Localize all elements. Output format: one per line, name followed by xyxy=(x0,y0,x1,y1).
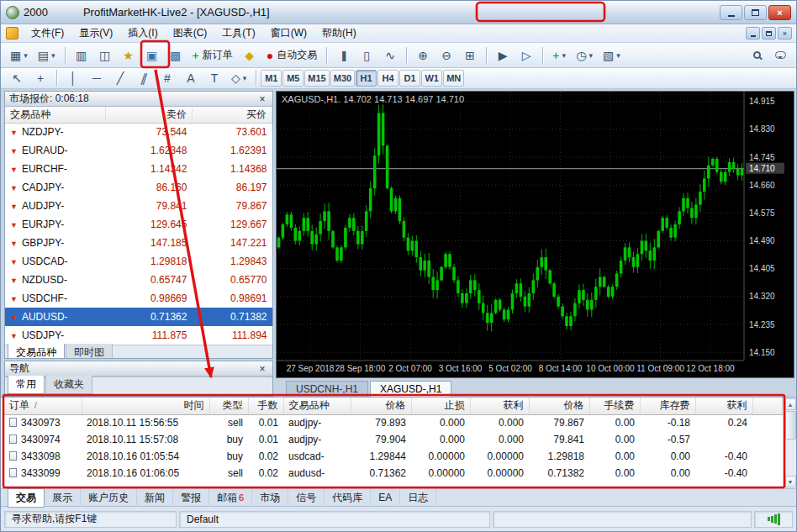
order-row[interactable]: 34330992018.10.16 01:06:05sell0.02audusd… xyxy=(4,465,783,482)
market-watch-column-header-2[interactable]: 买价 xyxy=(192,107,272,123)
timeframe-w1-button[interactable]: W1 xyxy=(421,70,442,87)
terminal-tab-5[interactable]: 邮箱6 xyxy=(209,489,252,507)
terminal-column-header-7[interactable]: 获利 xyxy=(470,398,529,414)
terminal-tab-1[interactable]: 展示 xyxy=(45,489,81,507)
maximize-button[interactable] xyxy=(744,5,767,20)
templates-button[interactable]: ▧▾ xyxy=(599,45,625,66)
strategy-tester-button[interactable]: ▩ xyxy=(165,45,187,66)
mdi-restore-button[interactable] xyxy=(762,27,776,40)
timeframe-h1-button[interactable]: H1 xyxy=(356,70,377,87)
autotrading-button[interactable]: ●自动交易 xyxy=(262,45,321,66)
scroll-down-icon[interactable]: ▼ xyxy=(785,476,796,487)
market-watch-row[interactable]: ▼AUDUSD-0.713620.71382 xyxy=(5,308,272,326)
terminal-tab-10[interactable]: 日志 xyxy=(400,489,436,507)
close-button[interactable]: × xyxy=(768,5,791,20)
market-watch-tab-1[interactable]: 即时图 xyxy=(66,344,113,359)
horizontal-line-button[interactable]: ─ xyxy=(86,68,108,88)
auto-scroll-button[interactable]: ▶ xyxy=(492,45,514,66)
timeframe-d1-button[interactable]: D1 xyxy=(399,70,420,87)
terminal-column-header-0[interactable]: 订单/ xyxy=(4,398,82,414)
navigator-tab-0[interactable]: 常用 xyxy=(8,376,45,394)
fibonacci-button[interactable]: # xyxy=(156,68,178,88)
trendline-button[interactable]: ╱ xyxy=(109,68,131,88)
terminal-button[interactable]: ▣ xyxy=(141,45,163,66)
timeframe-m1-button[interactable]: M1 xyxy=(261,70,282,87)
tile-windows-button[interactable]: ⊞ xyxy=(459,45,481,66)
terminal-tab-3[interactable]: 新闻 xyxy=(137,489,173,507)
order-row[interactable]: 34309732018.10.11 15:56:55sell0.01audjpy… xyxy=(4,414,783,431)
terminal-tab-8[interactable]: 代码库 xyxy=(325,489,371,507)
shapes-button[interactable]: ◇▾ xyxy=(227,68,251,88)
market-watch-row[interactable]: ▼USDCHF-0.986690.98691 xyxy=(5,289,272,308)
market-watch-column-header-1[interactable]: 卖价 xyxy=(105,107,192,123)
chart-shift-button[interactable]: ▷ xyxy=(515,45,537,66)
data-window-button[interactable]: ◫ xyxy=(94,45,116,66)
market-watch-row[interactable]: ▼USDCAD-1.298181.29843 xyxy=(5,252,272,271)
scrollbar-thumb[interactable] xyxy=(785,411,796,440)
timeframe-m30-button[interactable]: M30 xyxy=(330,70,355,87)
menu-item-1[interactable]: 显示(V) xyxy=(71,24,120,41)
chat-button[interactable] xyxy=(769,45,791,66)
terminal-column-header-6[interactable]: 止损 xyxy=(411,398,470,414)
terminal-tab-4[interactable]: 警报 xyxy=(173,489,209,507)
market-watch-row[interactable]: ▼NZDJPY-73.54473.601 xyxy=(5,123,272,141)
new-chart-button[interactable]: ▦▾ xyxy=(6,45,32,66)
market-watch-row[interactable]: ▼EURJPY-129.645129.667 xyxy=(5,215,272,234)
market-watch-row[interactable]: ▼GBPJPY-147.185147.221 xyxy=(5,234,272,252)
market-watch-row[interactable]: ▼NZDUSD-0.657470.65770 xyxy=(5,271,272,289)
mdi-minimize-button[interactable] xyxy=(746,27,760,40)
terminal-column-header-3[interactable]: 手数 xyxy=(248,398,283,414)
menu-item-2[interactable]: 插入(I) xyxy=(120,24,165,41)
channel-button[interactable]: ∥ xyxy=(133,68,155,88)
label-button[interactable]: T xyxy=(203,68,225,88)
mdi-close-button[interactable]: × xyxy=(778,27,792,40)
market-watch-tab-0[interactable]: 交易品种 xyxy=(8,344,65,359)
navigator-button[interactable]: ★ xyxy=(118,45,140,66)
cursor-button[interactable]: ↖ xyxy=(6,68,28,88)
candlestick-chart-button[interactable]: ▯ xyxy=(356,45,377,66)
navigator-tab-1[interactable]: 收藏夹 xyxy=(45,376,92,394)
timeframe-m5-button[interactable]: M5 xyxy=(282,70,303,87)
indicators-button[interactable]: +▾ xyxy=(548,45,570,66)
order-row[interactable]: 34309742018.10.11 15:57:08buy0.01audjpy-… xyxy=(4,431,783,448)
zoom-out-button[interactable]: ⊖ xyxy=(435,45,457,66)
terminal-column-header-2[interactable]: 类型 xyxy=(209,398,248,414)
market-watch-row[interactable]: ▼EURCHF-1.143421.14368 xyxy=(5,160,272,178)
terminal-column-header-4[interactable]: 交易品种 xyxy=(283,398,351,414)
text-button[interactable]: A xyxy=(180,68,202,88)
market-watch-row[interactable]: ▼AUDJPY-79.84179.867 xyxy=(5,197,272,215)
search-button[interactable] xyxy=(746,45,768,66)
market-watch-button[interactable]: ▥ xyxy=(71,45,92,66)
bar-chart-button[interactable]: ||| xyxy=(332,45,354,66)
terminal-tab-2[interactable]: 账户历史 xyxy=(81,489,137,507)
market-watch-column-header-0[interactable]: 交易品种 xyxy=(5,107,105,123)
menu-item-3[interactable]: 图表(C) xyxy=(166,24,215,41)
zoom-in-button[interactable]: ⊕ xyxy=(412,45,434,66)
menu-item-0[interactable]: 文件(F) xyxy=(24,24,71,41)
menu-item-4[interactable]: 工具(T) xyxy=(214,24,262,41)
terminal-column-header-1[interactable]: 时间 xyxy=(82,398,209,414)
status-profile[interactable]: Default xyxy=(179,511,490,528)
minimize-button[interactable] xyxy=(720,5,742,20)
periods-button[interactable]: ◷▾ xyxy=(572,45,597,66)
market-watch-row[interactable]: ▼CADJPY-86.16086.197 xyxy=(5,178,272,197)
terminal-column-header-11[interactable]: 获利 xyxy=(695,398,752,414)
terminal-tab-6[interactable]: 市场 xyxy=(252,489,288,507)
market-watch-row[interactable]: ▼EURAUD-1.623481.62391 xyxy=(5,141,272,160)
terminal-column-header-5[interactable]: 价格 xyxy=(351,398,411,414)
navigator-close-icon[interactable]: × xyxy=(256,363,268,375)
chart-area[interactable]: XAGUSD-,H1. 14.702 14.713 14.697 14.710 … xyxy=(276,91,794,378)
market-watch-close-icon[interactable]: × xyxy=(256,93,268,105)
chart-tab-0[interactable]: USDCNH-,H1 xyxy=(286,381,368,397)
timeframe-m15-button[interactable]: M15 xyxy=(304,70,329,87)
terminal-tab-0[interactable]: 交易 xyxy=(8,488,45,508)
timeframe-h4-button[interactable]: H4 xyxy=(377,70,398,87)
order-row[interactable]: 34330982018.10.16 01:05:54buy0.02usdcad-… xyxy=(4,448,783,465)
terminal-tab-9[interactable]: EA xyxy=(371,490,400,505)
terminal-column-header-10[interactable]: 库存费 xyxy=(640,398,695,414)
crosshair-button[interactable]: + xyxy=(29,68,51,88)
line-chart-button[interactable]: ∿ xyxy=(379,45,401,66)
menu-item-5[interactable]: 窗口(W) xyxy=(263,24,314,41)
chart-tab-1[interactable]: XAGUSD-,H1 xyxy=(370,381,451,397)
scroll-up-icon[interactable]: ▲ xyxy=(785,398,796,410)
